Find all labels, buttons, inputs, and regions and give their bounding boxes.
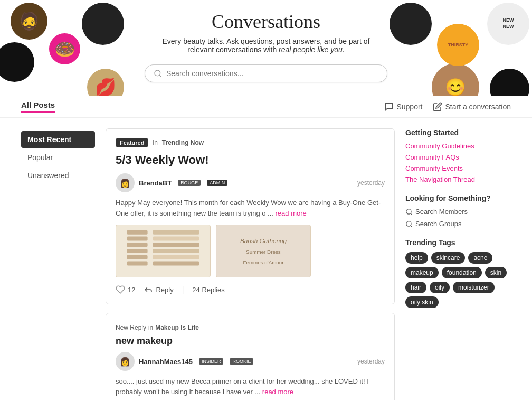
post-image-1a bbox=[116, 225, 211, 277]
search-bar[interactable] bbox=[145, 64, 387, 82]
like-button-1[interactable]: 12 bbox=[116, 285, 135, 294]
tag-help[interactable]: help bbox=[405, 252, 428, 264]
svg-rect-11 bbox=[153, 243, 199, 247]
svg-point-21 bbox=[406, 221, 411, 226]
tag-makeup[interactable]: makeup bbox=[405, 267, 439, 278]
edit-icon bbox=[433, 102, 442, 111]
tag-acne[interactable]: acne bbox=[468, 252, 492, 264]
tag-skincare[interactable]: skincare bbox=[431, 252, 466, 264]
post-badge-row-2: New Reply in Makeup Is Life bbox=[116, 323, 385, 331]
post-actions-1: 12 Reply | 24 Replies bbox=[116, 285, 385, 294]
tags-container: help skincare acne makeup foundation ski… bbox=[405, 252, 511, 308]
getting-started-title: Getting Started bbox=[405, 128, 511, 137]
svg-line-1 bbox=[159, 75, 161, 77]
author-badge-rouge: ROUGE bbox=[178, 180, 201, 186]
like-count-1: 12 bbox=[128, 286, 135, 294]
search-input[interactable] bbox=[166, 69, 378, 78]
tag-oily-skin[interactable]: oily skin bbox=[405, 296, 439, 308]
posts-area: Featured in Trending Now 5/3 Weekly Wow!… bbox=[106, 128, 395, 400]
svg-text:Summer Dress: Summer Dress bbox=[246, 249, 280, 255]
post-time-2: yesterday bbox=[357, 358, 385, 365]
tag-moisturizer[interactable]: moisturizer bbox=[453, 282, 495, 293]
post-card-2: New Reply in Makeup Is Life new makeup 👩… bbox=[106, 313, 395, 400]
nav-bar: All Posts Support Start a conversation bbox=[0, 96, 532, 118]
badge-in-2: in bbox=[148, 324, 153, 331]
badge-in-1: in bbox=[153, 139, 157, 146]
svg-line-20 bbox=[411, 213, 412, 215]
replies-count-1: 24 Replies bbox=[192, 286, 224, 294]
svg-rect-9 bbox=[153, 230, 199, 235]
post-meta-2: 👩 HannahMaes145 INSIDER ROOKIE yesterday bbox=[116, 352, 385, 371]
svg-rect-4 bbox=[127, 237, 147, 241]
nav-right: Support Start a conversation bbox=[384, 102, 511, 111]
svg-rect-3 bbox=[127, 230, 147, 235]
post-author-1: 👩 BrendaBT ROUGE ADMIN bbox=[116, 173, 227, 192]
start-conversation-button[interactable]: Start a conversation bbox=[433, 102, 511, 111]
svg-text:Barish Gathering: Barish Gathering bbox=[240, 237, 287, 244]
tag-foundation[interactable]: foundation bbox=[442, 267, 482, 278]
svg-rect-10 bbox=[153, 237, 199, 241]
svg-point-19 bbox=[406, 209, 411, 213]
sidebar-item-unanswered[interactable]: Unanswered bbox=[21, 167, 95, 184]
sidebar-left: Most Recent Popular Unanswered bbox=[21, 128, 95, 400]
svg-rect-5 bbox=[127, 243, 147, 247]
badge-category-2: Makeup Is Life bbox=[155, 324, 199, 331]
looking-title: Looking for Something? bbox=[405, 194, 511, 202]
tag-hair[interactable]: hair bbox=[405, 282, 426, 293]
reply-icon bbox=[144, 285, 153, 294]
svg-rect-14 bbox=[153, 262, 199, 266]
post-time-1: yesterday bbox=[357, 179, 385, 187]
svg-text:Femmes d'Amour: Femmes d'Amour bbox=[243, 259, 284, 265]
post-image-1b: Barish Gathering Summer Dress Femmes d'A… bbox=[216, 225, 311, 277]
svg-point-0 bbox=[155, 70, 160, 76]
action-divider-1: | bbox=[182, 285, 184, 294]
page-header: 🧔 🍩 💋 😊 THIRSTY NEWNEW Conversations Eve… bbox=[0, 0, 532, 96]
main-layout: Most Recent Popular Unanswered Featured … bbox=[0, 118, 532, 400]
read-more-link-2[interactable]: read more bbox=[262, 388, 293, 396]
page-title: Conversations bbox=[0, 11, 532, 33]
post-author-2: 👩 HannahMaes145 INSIDER ROOKIE bbox=[116, 352, 253, 371]
search-members-icon bbox=[405, 208, 413, 216]
post-excerpt-1: Happy May everyone! This month for each … bbox=[116, 198, 385, 218]
svg-line-22 bbox=[411, 225, 412, 227]
search-groups-link[interactable]: Search Groups bbox=[405, 220, 511, 228]
author-avatar-1: 👩 bbox=[116, 173, 135, 192]
sidebar-item-popular[interactable]: Popular bbox=[21, 149, 95, 166]
search-icon bbox=[154, 69, 162, 78]
read-more-link-1[interactable]: read more bbox=[276, 209, 307, 217]
post-title-1: 5/3 Weekly Wow! bbox=[116, 153, 385, 167]
sidebar-link-guidelines[interactable]: Community Guidelines bbox=[405, 142, 511, 150]
post-image-1b-svg: Barish Gathering Summer Dress Femmes d'A… bbox=[216, 225, 310, 277]
trending-title: Trending Tags bbox=[405, 238, 511, 247]
svg-rect-6 bbox=[127, 249, 147, 253]
tag-skin[interactable]: skin bbox=[485, 267, 507, 278]
nav-all-posts[interactable]: All Posts bbox=[21, 100, 55, 113]
sidebar-link-navigation[interactable]: The Navigation Thread bbox=[405, 175, 511, 183]
search-bar-container bbox=[0, 64, 532, 82]
header-subtitle: Every beauty talks. Ask questions, post … bbox=[0, 37, 532, 54]
svg-rect-8 bbox=[127, 262, 147, 266]
reply-button-1[interactable]: Reply bbox=[144, 285, 173, 294]
badge-new-reply: New Reply bbox=[116, 324, 146, 331]
author-badge-insider: INSIDER bbox=[199, 358, 224, 365]
post-meta-1: 👩 BrendaBT ROUGE ADMIN yesterday bbox=[116, 173, 385, 192]
svg-rect-12 bbox=[153, 249, 199, 253]
looking-section: Looking for Something? Search Members Se… bbox=[405, 194, 511, 228]
post-card-1: Featured in Trending Now 5/3 Weekly Wow!… bbox=[106, 128, 395, 304]
badge-category-1: Trending Now bbox=[162, 139, 204, 146]
sidebar-link-events[interactable]: Community Events bbox=[405, 164, 511, 172]
author-badge-rookie: ROOKIE bbox=[230, 358, 253, 365]
author-avatar-2: 👩 bbox=[116, 352, 135, 371]
badge-featured: Featured bbox=[116, 138, 148, 147]
support-button[interactable]: Support bbox=[384, 102, 422, 111]
post-images-1: Barish Gathering Summer Dress Femmes d'A… bbox=[116, 225, 385, 277]
author-name-1: BrendaBT bbox=[139, 179, 172, 187]
sidebar-item-most-recent[interactable]: Most Recent bbox=[21, 131, 95, 148]
heart-icon bbox=[116, 285, 125, 294]
tag-oily[interactable]: oily bbox=[430, 282, 450, 293]
post-badge-row-1: Featured in Trending Now bbox=[116, 138, 385, 147]
author-badge-admin: ADMIN bbox=[207, 180, 227, 186]
svg-rect-7 bbox=[127, 255, 147, 259]
search-members-link[interactable]: Search Members bbox=[405, 208, 511, 216]
sidebar-link-faqs[interactable]: Community FAQs bbox=[405, 153, 511, 161]
